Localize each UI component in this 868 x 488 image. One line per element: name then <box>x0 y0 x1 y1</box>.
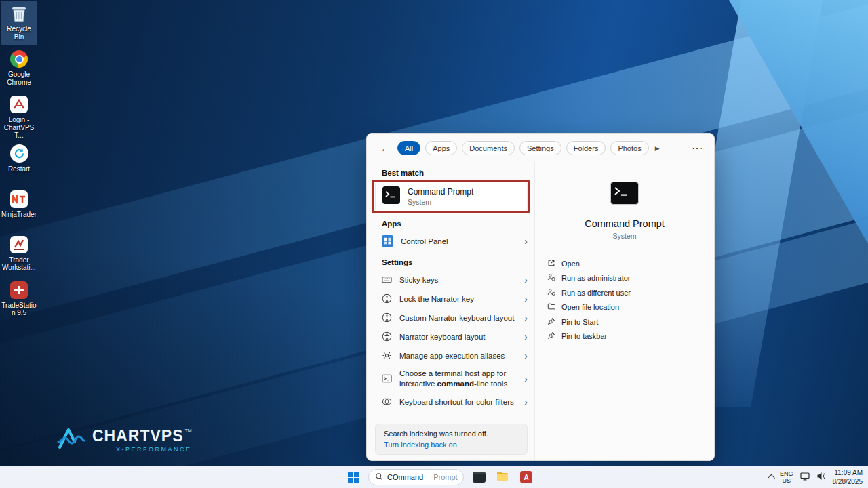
open-icon <box>547 259 555 268</box>
taskbar-app-file-explorer[interactable] <box>494 468 511 486</box>
chevron-right-icon[interactable] <box>524 313 528 323</box>
terminal-icon <box>382 373 392 385</box>
search-result-control-panel[interactable]: Control Panel <box>375 232 532 251</box>
result-label: Control Panel <box>401 237 448 247</box>
tab-folders[interactable]: Folders <box>566 141 606 155</box>
search-result-custom-narrator-layout[interactable]: Custom Narrator keyboard layout <box>375 308 532 327</box>
action-pin-to-taskbar[interactable]: Pin to taskbar <box>545 329 705 344</box>
action-label: Open file location <box>561 303 619 311</box>
desktop-icon-label: Recycle Bin <box>1 25 37 41</box>
red-app-icon: A <box>520 471 532 483</box>
result-preview-pane: Command Prompt System Open Run as admini… <box>534 161 714 460</box>
taskbar: COmmand Prompt A ENG US 11:09 AM 8/28/20… <box>0 466 868 488</box>
chevron-right-icon[interactable] <box>524 237 528 246</box>
tab-settings[interactable]: Settings <box>519 141 561 155</box>
result-label: Manage app execution aliases <box>399 351 505 361</box>
search-result-sticky-keys[interactable]: Sticky keys <box>375 270 532 289</box>
result-label: Custom Narrator keyboard layout <box>399 313 514 323</box>
desktop-icon-label: TradeStation 9.5 <box>1 302 37 317</box>
indexing-link[interactable]: Turn indexing back on. <box>384 441 519 449</box>
search-result-narrator-layout[interactable]: Narrator keyboard layout <box>375 327 532 346</box>
accessibility-icon <box>382 293 392 305</box>
desktop-icon-label: Restart <box>1 165 37 174</box>
watermark-tagline: X-PERFORMANCE <box>116 446 192 453</box>
search-indexing-notice: Search indexing was turned off. Turn ind… <box>375 424 528 455</box>
hidden-icons-chevron[interactable] <box>768 474 775 482</box>
network-icon[interactable] <box>800 471 810 483</box>
search-results-column: Best match Command Prompt System Apps Co… <box>367 161 534 460</box>
more-tabs-icon[interactable] <box>655 145 660 152</box>
ninjatrader-icon <box>9 189 29 209</box>
taskbar-app-terminal[interactable] <box>470 468 488 486</box>
desktop-icon-column: Recycle Bin Google Chrome Login - ChartV… <box>1 1 37 321</box>
start-button[interactable] <box>344 468 362 486</box>
action-run-as-administrator[interactable]: Run as administrator <box>545 271 705 286</box>
tab-apps[interactable]: Apps <box>425 141 457 155</box>
desktop-icon-tradestation[interactable]: TradeStation 9.5 <box>1 278 37 321</box>
chevron-right-icon[interactable] <box>524 294 528 304</box>
result-label: Lock the Narrator key <box>399 294 474 304</box>
tab-photos[interactable]: Photos <box>610 141 648 155</box>
search-result-app-execution-aliases[interactable]: Manage app execution aliases <box>375 346 532 365</box>
taskbar-search-input[interactable]: COmmand Prompt <box>368 469 464 485</box>
section-header-apps: Apps <box>382 220 534 228</box>
action-label: Pin to taskbar <box>561 332 607 340</box>
action-open[interactable]: Open <box>545 256 705 271</box>
chevron-right-icon[interactable] <box>524 275 528 285</box>
pin-icon <box>547 317 555 327</box>
chevron-right-icon[interactable] <box>524 332 528 342</box>
chevron-right-icon[interactable] <box>524 374 528 384</box>
chevron-right-icon[interactable] <box>524 397 528 407</box>
folder-icon <box>496 471 509 484</box>
result-label: Narrator keyboard layout <box>399 332 486 342</box>
gear-icon <box>382 350 392 362</box>
dark-window-icon <box>473 472 486 483</box>
accessibility-icon <box>382 331 392 343</box>
desktop-icon-label: Google Chrome <box>1 70 37 86</box>
preview-title: Command Prompt <box>585 218 665 229</box>
admin-shield-icon <box>547 273 555 283</box>
chartvps-watermark: CHARTVPS TM X-PERFORMANCE <box>57 427 192 453</box>
search-typed-text: COmmand <box>387 473 423 481</box>
restart-icon <box>9 144 29 164</box>
chrome-icon <box>9 49 29 69</box>
search-result-terminal-host-app[interactable]: Choose a terminal host app for interacti… <box>375 365 532 392</box>
desktop-icon-recycle-bin[interactable]: Recycle Bin <box>1 1 37 45</box>
desktop-icon-ninjatrader[interactable]: NinjaTrader <box>1 187 37 230</box>
volume-icon[interactable] <box>816 471 826 483</box>
result-label: Choose a terminal host app for interacti… <box>399 369 517 389</box>
tab-all[interactable]: All <box>397 141 420 155</box>
folder-icon <box>547 302 555 312</box>
search-result-command-prompt[interactable]: Command Prompt System <box>375 181 528 212</box>
language-indicator[interactable]: ENG US <box>780 470 793 485</box>
search-result-lock-narrator-key[interactable]: Lock the Narrator key <box>375 289 532 308</box>
desktop-icon-restart[interactable]: Restart <box>1 142 37 185</box>
user-icon <box>547 288 555 298</box>
desktop-icon-google-chrome[interactable]: Google Chrome <box>1 47 37 90</box>
taskbar-app-chartvps[interactable]: A <box>517 468 535 486</box>
back-arrow-icon[interactable] <box>380 143 390 154</box>
clock-date: 8/28/2025 <box>833 477 863 486</box>
chartvps-login-icon <box>9 94 29 115</box>
clock[interactable]: 11:09 AM 8/28/2025 <box>833 468 863 486</box>
action-open-file-location[interactable]: Open file location <box>545 300 705 315</box>
command-prompt-icon <box>382 186 400 207</box>
keyboard-icon <box>382 274 392 286</box>
options-ellipsis-icon[interactable] <box>692 143 703 153</box>
action-run-as-different-user[interactable]: Run as different user <box>545 285 705 300</box>
recycle-bin-icon <box>9 3 29 24</box>
clock-time: 11:09 AM <box>833 468 863 477</box>
desktop-icon-login-chartvps[interactable]: Login - ChartVPS T... <box>1 92 37 140</box>
desktop-icon-label: NinjaTrader <box>1 211 37 219</box>
search-filter-tabs: All Apps Documents Settings Folders Phot… <box>367 134 714 161</box>
tab-documents[interactable]: Documents <box>462 141 515 155</box>
chevron-right-icon[interactable] <box>524 351 528 361</box>
action-pin-to-start[interactable]: Pin to Start <box>545 314 705 329</box>
result-title: Command Prompt <box>408 187 473 197</box>
desktop-icon-trader-workstation[interactable]: Trader Workstati... <box>1 232 37 276</box>
control-panel-icon <box>382 235 393 248</box>
indexing-message: Search indexing was turned off. <box>384 430 519 438</box>
action-label: Run as different user <box>561 289 631 297</box>
search-result-color-filters-shortcut[interactable]: Keyboard shortcut for color filters <box>375 392 532 411</box>
tradestation-icon <box>9 280 29 300</box>
